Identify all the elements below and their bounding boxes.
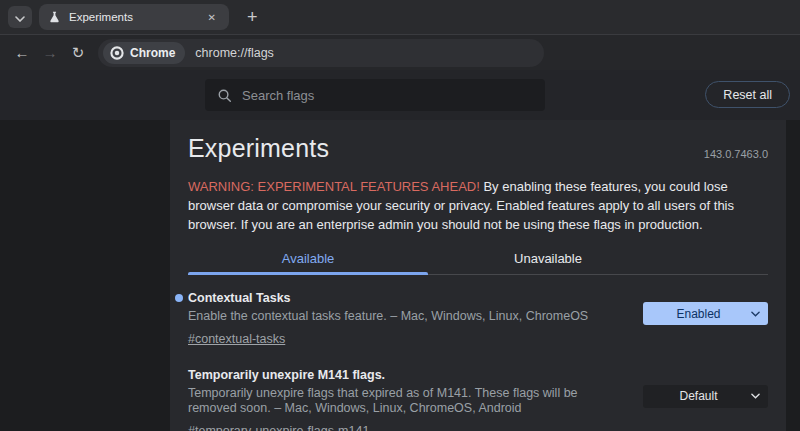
flag-row-unexpire-m141: Temporarily unexpire M141 flags. Tempora… bbox=[188, 367, 768, 431]
flag-row-contextual-tasks: Contextual Tasks Enable the contextual t… bbox=[188, 290, 768, 347]
flags-search-bar: Reset all bbox=[0, 70, 800, 120]
tab-strip: Experiments ✕ + bbox=[0, 0, 800, 34]
back-icon[interactable]: ← bbox=[8, 44, 36, 61]
new-tab-button[interactable]: + bbox=[241, 7, 264, 28]
tab-available[interactable]: Available bbox=[188, 248, 428, 275]
flag-name: Contextual Tasks bbox=[188, 290, 617, 306]
url-text[interactable]: chrome://flags bbox=[195, 46, 274, 60]
flag-name: Temporarily unexpire M141 flags. bbox=[188, 367, 617, 383]
reload-icon[interactable]: ↻ bbox=[64, 44, 92, 62]
tab-experiments[interactable]: Experiments ✕ bbox=[39, 4, 229, 30]
availability-tabs: Available Unavailable bbox=[188, 248, 768, 275]
tab-title: Experiments bbox=[69, 11, 196, 23]
flag-name-text: Contextual Tasks bbox=[188, 291, 291, 305]
address-bar[interactable]: Chrome chrome://flags bbox=[98, 39, 544, 67]
flag-info: Temporarily unexpire M141 flags. Tempora… bbox=[188, 367, 643, 431]
flag-select-wrap: Enabled bbox=[643, 302, 768, 325]
reset-all-button[interactable]: Reset all bbox=[705, 81, 790, 108]
flag-name-text: Temporarily unexpire M141 flags. bbox=[188, 368, 385, 382]
flag-permalink[interactable]: #temporary-unexpire-flags-m141 bbox=[188, 424, 369, 431]
chrome-logo-icon bbox=[110, 46, 124, 60]
close-icon[interactable]: ✕ bbox=[204, 10, 220, 25]
search-icon bbox=[217, 88, 232, 103]
flags-page-background: Experiments 143.0.7463.0 WARNING: EXPERI… bbox=[0, 120, 800, 431]
flag-select-wrap: Default bbox=[643, 385, 768, 408]
flag-info: Contextual Tasks Enable the contextual t… bbox=[188, 290, 643, 347]
warning-highlight: WARNING: EXPERIMENTAL FEATURES AHEAD! bbox=[188, 179, 480, 194]
availability-tabs-inner: Available Unavailable bbox=[188, 248, 668, 275]
flask-icon bbox=[48, 10, 61, 24]
browser-window: Experiments ✕ + ← → ↻ Chrome chrome://fl… bbox=[0, 0, 800, 431]
version-label: 143.0.7463.0 bbox=[704, 148, 768, 160]
flag-description: Temporarily unexpire flags that expired … bbox=[188, 386, 617, 417]
navigation-toolbar: ← → ↻ Chrome chrome://flags bbox=[0, 34, 800, 70]
flag-control-column: Default bbox=[643, 367, 768, 408]
flag-control-column: Enabled bbox=[643, 290, 768, 325]
flag-select-contextual-tasks[interactable]: Enabled bbox=[643, 302, 768, 325]
warning-text: WARNING: EXPERIMENTAL FEATURES AHEAD! By… bbox=[188, 177, 768, 234]
flag-select-unexpire-m141[interactable]: Default bbox=[643, 385, 768, 408]
chevron-down-icon bbox=[15, 8, 25, 26]
modified-dot-icon bbox=[175, 294, 183, 302]
flag-description: Enable the contextual tasks feature. – M… bbox=[188, 309, 617, 325]
search-box[interactable] bbox=[205, 79, 545, 111]
page-title: Experiments bbox=[188, 134, 329, 163]
flags-content-panel: Experiments 143.0.7463.0 WARNING: EXPERI… bbox=[170, 120, 786, 431]
page-header: Experiments 143.0.7463.0 bbox=[188, 134, 768, 163]
search-input[interactable] bbox=[242, 88, 533, 103]
tab-search-button[interactable] bbox=[8, 6, 32, 28]
site-badge-label: Chrome bbox=[130, 46, 175, 60]
tab-unavailable[interactable]: Unavailable bbox=[428, 248, 668, 275]
forward-icon[interactable]: → bbox=[36, 44, 64, 61]
flag-permalink[interactable]: #contextual-tasks bbox=[188, 332, 285, 346]
site-badge[interactable]: Chrome bbox=[103, 42, 185, 64]
